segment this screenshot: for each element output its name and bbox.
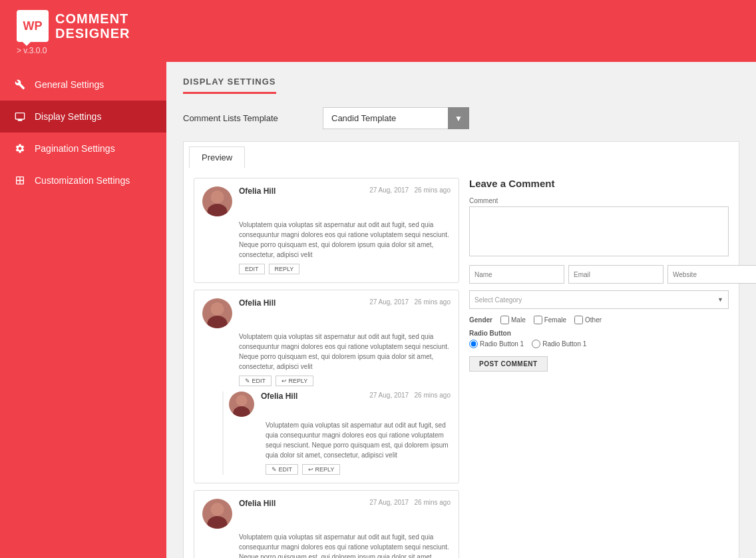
radio-1[interactable] (469, 340, 478, 348)
main-content: DISPLAY SETTINGS Comment Lists Template … (166, 62, 756, 558)
svg-point-2 (211, 302, 224, 316)
radio-2[interactable] (532, 340, 540, 348)
radio-row: Radio Button 1 Radio Button 1 (469, 340, 729, 348)
comment-field-label: Comment (469, 197, 729, 204)
svg-point-4 (236, 395, 248, 406)
template-dropdown[interactable]: Candid Template Classic Template Modern … (323, 107, 469, 129)
comment-text: Voluptatem quia voluptas sit aspernatur … (239, 532, 451, 558)
comment-date: 27 Aug, 2017 26 mins ago (369, 298, 451, 306)
grid-icon (13, 174, 27, 187)
sidebar-item-pagination[interactable]: Pagination Settings (0, 133, 166, 164)
reply-button[interactable]: ↩ REPLY (276, 376, 313, 386)
preview-container: Preview (183, 141, 739, 558)
avatar (202, 186, 232, 216)
gender-label: Gender (469, 316, 492, 324)
comment-header: Ofelia Hill 27 Aug, 2017 26 mins ago (202, 298, 451, 328)
comment-text: Voluptatem quia voluptas sit aspernatur … (266, 420, 451, 460)
wrench-icon (13, 78, 27, 91)
reply-button[interactable]: ↩ REPLY (302, 464, 340, 475)
comment-author: Ofelia Hill (239, 186, 276, 196)
sidebar-item-display-label: Display Settings (35, 111, 101, 122)
name-email-website-row (469, 265, 729, 284)
edit-button[interactable]: ✎ EDIT (239, 376, 272, 386)
comment-card: Ofelia Hill 27 Aug, 2017 26 mins ago Vol… (194, 178, 459, 283)
logo: WP COMMENT DESIGNER (17, 10, 130, 42)
gear-icon (13, 142, 27, 155)
category-select[interactable]: Select Category (469, 290, 729, 309)
website-input[interactable] (667, 265, 756, 284)
gender-male[interactable]: Male (500, 316, 526, 324)
logo-text: COMMENT DESIGNER (55, 11, 130, 41)
gender-female[interactable]: Female (534, 316, 566, 324)
comment-date: 27 Aug, 2017 26 mins ago (369, 186, 451, 194)
display-icon (13, 110, 27, 123)
avatar (202, 499, 232, 529)
svg-point-1 (208, 204, 228, 216)
gender-row: Gender Male Female Other (469, 316, 729, 324)
section-title: DISPLAY SETTINGS (183, 77, 276, 94)
comment-date: 27 Aug, 2017 26 mins ago (369, 392, 451, 399)
leave-comment-form: Leave a Comment Comment Select Category … (469, 178, 729, 558)
comment-meta: Ofelia Hill 27 Aug, 2017 26 mins ago (239, 499, 451, 508)
comment-author: Ofelia Hill (239, 499, 276, 508)
comment-header: Ofelia Hill 27 Aug, 2017 26 mins ago (229, 392, 451, 417)
preview-content: Ofelia Hill 27 Aug, 2017 26 mins ago Vol… (184, 168, 739, 558)
wp-text: WP (23, 19, 43, 33)
comment-meta: Ofelia Hill 27 Aug, 2017 26 mins ago (239, 186, 451, 196)
comment-meta: Ofelia Hill 27 Aug, 2017 26 mins ago (239, 298, 451, 308)
sidebar-item-customization-label: Customization Settings (35, 175, 130, 186)
comment-author: Ofelia Hill (239, 298, 276, 308)
comment-card: Ofelia Hill 27 Aug, 2017 26 mins ago Vol… (194, 290, 459, 483)
logo-line2: DESIGNER (55, 26, 130, 41)
comment-actions: ✎ EDIT ↩ REPLY (266, 464, 451, 475)
comment-textarea[interactable] (469, 206, 729, 256)
reply-button[interactable]: REPLY (269, 264, 300, 274)
email-input[interactable] (568, 265, 663, 284)
radio-option-2[interactable]: Radio Button 1 (532, 340, 586, 348)
category-select-wrap: Select Category ▼ (469, 290, 729, 309)
sidebar-item-general-label: General Settings (35, 79, 104, 90)
sidebar-item-general[interactable]: General Settings (0, 69, 166, 101)
edit-button[interactable]: EDIT (239, 264, 265, 274)
template-dropdown-wrapper: Candid Template Classic Template Modern … (323, 107, 469, 129)
svg-point-3 (208, 316, 228, 328)
sidebar-item-customization[interactable]: Customization Settings (0, 164, 166, 196)
gender-male-checkbox[interactable] (500, 316, 509, 324)
comment-author: Ofelia Hill (261, 392, 297, 401)
svg-point-7 (208, 516, 228, 529)
name-input[interactable] (469, 265, 564, 284)
comment-actions: EDIT REPLY (239, 264, 451, 274)
edit-button[interactable]: ✎ EDIT (266, 464, 298, 475)
comment-text: Voluptatem quia voluptas sit aspernatur … (239, 220, 451, 260)
comment-header: Ofelia Hill 27 Aug, 2017 26 mins ago (202, 499, 451, 529)
post-comment-button[interactable]: POST COMMENT (469, 356, 548, 372)
radio-label: Radio Button (469, 330, 729, 337)
radio-option-1[interactable]: Radio Button 1 (469, 340, 524, 348)
comment-text: Voluptatem quia voluptas sit aspernatur … (239, 332, 451, 372)
radio-section: Radio Button Radio Button 1 Radio Button… (469, 330, 729, 348)
preview-tab[interactable]: Preview (189, 146, 245, 168)
svg-point-5 (233, 406, 250, 417)
comments-list: Ofelia Hill 27 Aug, 2017 26 mins ago Vol… (194, 178, 459, 558)
comment-date: 27 Aug, 2017 26 mins ago (369, 499, 451, 506)
template-label: Comment Lists Template (183, 113, 309, 123)
main-layout: General Settings Display Settings Pagina… (0, 62, 756, 558)
sidebar-item-display[interactable]: Display Settings (0, 101, 166, 133)
gender-other[interactable]: Other (574, 316, 602, 324)
leave-comment-title: Leave a Comment (469, 178, 729, 189)
comment-header: Ofelia Hill 27 Aug, 2017 26 mins ago (202, 186, 451, 216)
sidebar: General Settings Display Settings Pagina… (0, 62, 166, 558)
gender-female-checkbox[interactable] (534, 316, 542, 324)
nested-comment: Ofelia Hill 27 Aug, 2017 26 mins ago Vol… (222, 392, 451, 475)
logo-line1: COMMENT (55, 11, 130, 26)
gender-other-checkbox[interactable] (574, 316, 583, 324)
template-selector-row: Comment Lists Template Candid Template C… (183, 107, 739, 129)
avatar (229, 392, 254, 417)
app-header: WP COMMENT DESIGNER > v.3.0.0 (0, 0, 756, 62)
comment-actions: ✎ EDIT ↩ REPLY (239, 376, 451, 386)
comment-card: Ofelia Hill 27 Aug, 2017 26 mins ago Vol… (194, 490, 459, 558)
svg-point-0 (211, 190, 224, 204)
sidebar-item-pagination-label: Pagination Settings (35, 143, 115, 154)
logo-icon: WP (17, 10, 49, 42)
comment-meta: Ofelia Hill 27 Aug, 2017 26 mins ago (261, 392, 451, 401)
